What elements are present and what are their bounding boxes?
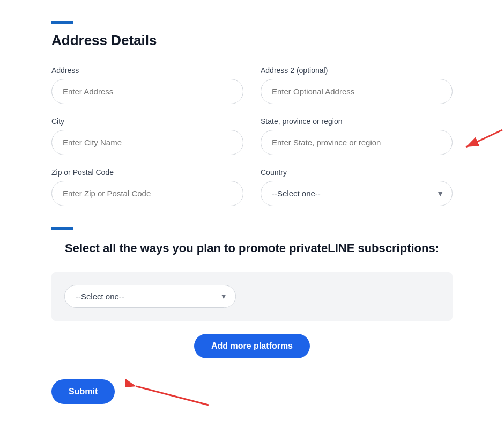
platform-select[interactable]: --Select one-- Social Media Website Emai…	[64, 285, 236, 308]
state-input[interactable]	[261, 130, 453, 155]
address-form-grid: Address Address 2 (optional) City State,…	[51, 66, 453, 206]
country-select[interactable]: --Select one-- United States Canada Unit…	[261, 181, 453, 206]
zip-input[interactable]	[51, 181, 243, 206]
city-label: City	[51, 117, 243, 126]
state-input-wrapper	[261, 130, 453, 155]
svg-line-1	[466, 130, 502, 147]
address2-label: Address 2 (optional)	[261, 66, 453, 75]
country-select-wrapper: --Select one-- United States Canada Unit…	[261, 181, 453, 206]
country-label: Country	[261, 168, 453, 177]
promo-section: Select all the ways you plan to promote …	[51, 227, 453, 408]
city-input[interactable]	[51, 130, 243, 155]
add-platforms-button[interactable]: Add more platforms	[194, 334, 310, 358]
zip-label: Zip or Postal Code	[51, 168, 243, 177]
promo-title: Select all the ways you plan to promote …	[51, 240, 453, 257]
address-input[interactable]	[51, 79, 243, 104]
state-arrow-icon	[455, 124, 503, 157]
svg-line-3	[136, 386, 209, 405]
submit-arrow-icon	[125, 376, 211, 408]
section-accent-2	[51, 227, 73, 230]
zip-group: Zip or Postal Code	[51, 168, 243, 206]
section-title: Address Details	[51, 32, 453, 49]
platforms-box: --Select one-- Social Media Website Emai…	[51, 272, 453, 321]
city-group: City	[51, 117, 243, 155]
address2-group: Address 2 (optional)	[261, 66, 453, 104]
submit-row: Submit	[51, 376, 453, 408]
state-label: State, province or region	[261, 117, 453, 126]
address-group: Address	[51, 66, 243, 104]
address2-input[interactable]	[261, 79, 453, 104]
submit-button[interactable]: Submit	[51, 379, 115, 404]
state-group: State, province or region	[261, 117, 453, 155]
section-accent-1	[51, 21, 73, 24]
platform-select-wrapper: --Select one-- Social Media Website Emai…	[64, 285, 236, 308]
address-label: Address	[51, 66, 243, 75]
country-group: Country --Select one-- United States Can…	[261, 168, 453, 206]
